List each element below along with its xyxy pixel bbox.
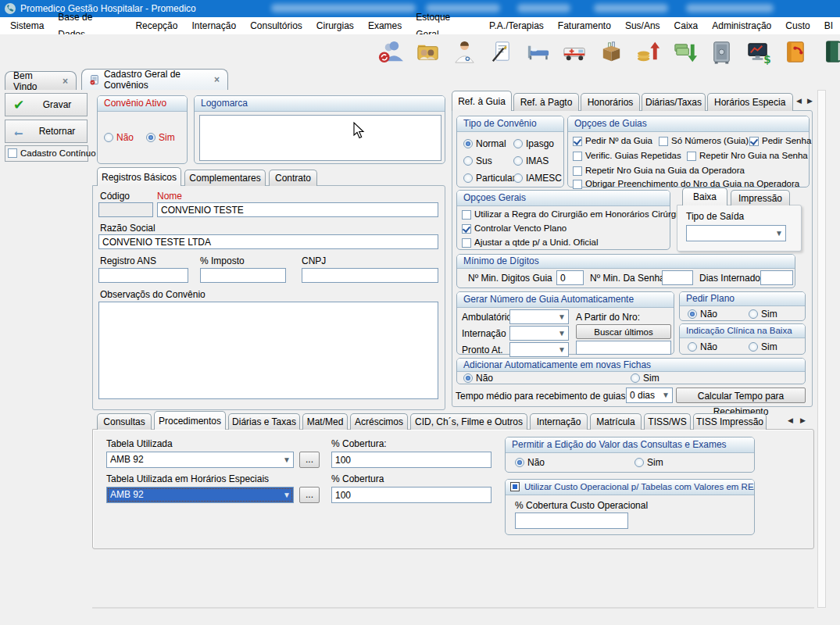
convenio-ativo-nao-radio[interactable] bbox=[104, 133, 113, 142]
tabela-especiais-browse-button[interactable]: ... bbox=[299, 487, 320, 503]
stock-icon[interactable] bbox=[596, 37, 626, 66]
tipo-ipasgo-radio[interactable] bbox=[513, 139, 523, 148]
pedir-plano-nao-radio[interactable] bbox=[688, 309, 697, 319]
tab-matricula[interactable]: Matrícula bbox=[590, 413, 642, 430]
tipo-particular-radio[interactable] bbox=[463, 173, 473, 183]
repetir-nro-guia-operadora-checkbox[interactable] bbox=[573, 166, 582, 176]
convenio-ativo-sim-radio[interactable] bbox=[146, 133, 155, 142]
menu-item-cirurgias[interactable]: Cirurgias bbox=[309, 17, 361, 34]
tab-bem-vindo[interactable]: Bem Vindo × bbox=[5, 71, 77, 90]
bottom-tab-scroll-left-icon[interactable]: ◀ bbox=[788, 416, 793, 424]
pedir-senha-checkbox[interactable] bbox=[749, 137, 759, 146]
financial-dashboard-icon[interactable]: $ bbox=[743, 37, 773, 66]
tabela-browse-button[interactable]: ... bbox=[299, 452, 320, 468]
ambulance-icon[interactable] bbox=[559, 37, 589, 66]
tab-contrato[interactable]: Contrato bbox=[269, 170, 317, 186]
min-digitos-guia-input[interactable] bbox=[556, 270, 584, 285]
safe-icon[interactable] bbox=[706, 37, 736, 66]
menu-item-exames[interactable]: Exames bbox=[361, 17, 409, 34]
dias-internado-input[interactable] bbox=[760, 270, 793, 285]
menu-item-sus-ans[interactable]: Sus/Ans bbox=[618, 17, 667, 34]
menu-item-caixa[interactable]: Caixa bbox=[667, 17, 706, 34]
menu-item-sistema[interactable]: Sistema bbox=[3, 17, 51, 34]
menu-item-internacao[interactable]: Internação bbox=[184, 17, 243, 34]
tab-acrescimos[interactable]: Acréscimos bbox=[350, 413, 408, 430]
tab-procedimentos[interactable]: Procedimentos bbox=[154, 411, 226, 430]
payments-down-icon[interactable] bbox=[670, 37, 699, 66]
adicionar-sim-radio[interactable] bbox=[631, 373, 640, 383]
bottom-tab-scroll-right-icon[interactable]: ▶ bbox=[800, 416, 806, 424]
registro-ans-input[interactable] bbox=[98, 268, 188, 283]
cobertura-custo-input[interactable] bbox=[515, 512, 628, 529]
tipo-iamesc-radio[interactable] bbox=[513, 173, 523, 183]
indicacao-nao-radio[interactable] bbox=[688, 342, 697, 352]
menu-item-bi[interactable]: BI bbox=[817, 17, 840, 34]
obrigar-preenchimento-checkbox[interactable] bbox=[573, 180, 582, 189]
tab-complementares[interactable]: Complementares bbox=[184, 170, 266, 186]
menu-item-faturamento[interactable]: Faturamento bbox=[551, 17, 618, 34]
calcular-tempo-button[interactable]: Calcular Tempo para Recebimento bbox=[676, 388, 806, 403]
revenue-up-icon[interactable] bbox=[633, 37, 663, 66]
permitir-nao-radio[interactable] bbox=[515, 458, 524, 467]
hospital-bed-icon[interactable] bbox=[523, 37, 552, 66]
ambulatorio-combo[interactable]: ▼ bbox=[509, 309, 569, 324]
so-numeros-checkbox[interactable] bbox=[659, 137, 668, 146]
menu-item-custo[interactable]: Custo bbox=[778, 17, 817, 34]
cobertura2-input[interactable] bbox=[331, 487, 491, 503]
min-senha-input[interactable] bbox=[662, 270, 693, 285]
tabela-utilizada-combo[interactable]: AMB 92 ▼ bbox=[106, 452, 294, 468]
ajustar-qtde-checkbox[interactable] bbox=[462, 238, 471, 248]
tab-scroll-left-icon[interactable]: ◀ bbox=[796, 97, 802, 105]
menu-item-consultorios[interactable]: Consultórios bbox=[243, 17, 309, 34]
sync-patients-icon[interactable] bbox=[376, 37, 406, 66]
close-icon[interactable]: × bbox=[63, 76, 68, 87]
tab-cadastro-geral-convenios[interactable]: Cadastro Geral de Convênios × bbox=[81, 69, 228, 90]
tab-horarios-especiais[interactable]: Horários Especia bbox=[707, 93, 793, 111]
pedir-numero-guia-checkbox[interactable] bbox=[573, 137, 582, 146]
verific-guias-repetidas-checkbox[interactable] bbox=[573, 152, 582, 161]
tab-tiss-ws[interactable]: TISS/WS bbox=[644, 413, 691, 430]
codigo-input[interactable] bbox=[98, 202, 153, 217]
regra-cirurgiao-checkbox[interactable] bbox=[462, 210, 471, 220]
tab-baixa[interactable]: Baixa bbox=[682, 188, 727, 205]
menu-item-pa-terapias[interactable]: P.A./Terapias bbox=[482, 17, 551, 34]
cobertura1-input[interactable] bbox=[331, 452, 491, 468]
tab-impressao[interactable]: Impressão bbox=[731, 190, 790, 205]
tab-honorarios[interactable]: Honorários bbox=[581, 93, 640, 111]
permitir-sim-radio[interactable] bbox=[634, 458, 644, 467]
controlar-vencto-plano-checkbox[interactable] bbox=[462, 224, 471, 234]
patient-records-icon[interactable] bbox=[413, 37, 442, 66]
doctor-icon[interactable] bbox=[449, 37, 479, 66]
phone-book-icon[interactable] bbox=[780, 37, 810, 66]
tab-tiss-impressao[interactable]: TISS Impressão bbox=[693, 413, 767, 430]
tipo-sus-radio[interactable] bbox=[463, 156, 473, 166]
repetir-nro-guia-senha-checkbox[interactable] bbox=[687, 152, 696, 161]
prescription-icon[interactable] bbox=[486, 37, 516, 66]
cadastro-continuo-checkbox[interactable] bbox=[8, 148, 17, 158]
logomarca-image-box[interactable] bbox=[199, 115, 441, 161]
tab-internacao-bottom[interactable]: Internação bbox=[530, 413, 588, 430]
internacao-combo[interactable]: ▼ bbox=[509, 326, 569, 341]
pronto-at-combo[interactable]: ▼ bbox=[509, 342, 569, 357]
nome-input[interactable] bbox=[157, 202, 438, 217]
tab-registros-basicos[interactable]: Registros Básicos bbox=[97, 167, 181, 186]
menu-item-administracao[interactable]: Administração bbox=[705, 17, 778, 34]
cnpj-input[interactable] bbox=[302, 268, 438, 283]
retornar-button[interactable]: ← Retornar bbox=[5, 120, 88, 143]
close-icon[interactable]: × bbox=[214, 74, 220, 85]
observacoes-textarea[interactable] bbox=[98, 302, 438, 399]
tabela-especiais-combo[interactable]: AMB 92 ▼ bbox=[106, 487, 294, 503]
tab-mat-med[interactable]: Mat/Med bbox=[302, 413, 348, 430]
tipo-imas-radio[interactable] bbox=[513, 156, 523, 166]
menu-item-recepcao[interactable]: Recepção bbox=[128, 17, 184, 34]
tab-cid-chs-filme-outros[interactable]: CID, Ch´s, Filme e Outros bbox=[410, 413, 527, 430]
manual-book-icon[interactable] bbox=[817, 37, 840, 66]
tab-ref-a-pagto[interactable]: Ref. à Pagto bbox=[513, 93, 579, 111]
tab-ref-a-guia[interactable]: Ref. à Guia bbox=[452, 91, 512, 111]
tipo-normal-radio[interactable] bbox=[463, 139, 473, 148]
gravar-button[interactable]: ✔ Gravar bbox=[5, 93, 88, 116]
custo-operacional-checkbox[interactable] bbox=[510, 482, 520, 491]
indicacao-sim-radio[interactable] bbox=[749, 342, 758, 352]
tipo-saida-combo[interactable]: ▼ bbox=[686, 225, 786, 241]
buscar-ultimos-numeros-button[interactable]: Buscar últimos números bbox=[576, 324, 671, 339]
